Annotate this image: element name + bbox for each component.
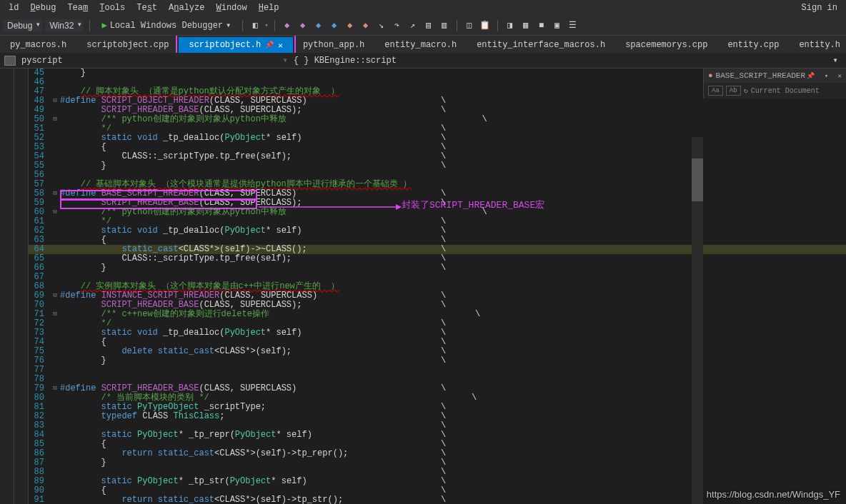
play-icon: ▶: [101, 20, 106, 31]
menu-tools[interactable]: Tools: [94, 3, 131, 13]
annotation-text: 封装了SCRIPT_HREADER_BASE宏: [402, 198, 544, 211]
fold-toggle: [50, 366, 60, 375]
toolbar-dropdown-icon[interactable]: ▾: [264, 21, 268, 29]
fold-toggle: [50, 338, 60, 347]
project-scope-dropdown[interactable]: pyscript: [19, 54, 66, 67]
step-over-icon[interactable]: ↷: [391, 19, 404, 32]
match-case-button[interactable]: Aa: [708, 86, 723, 96]
toolbar-icon[interactable]: ▣: [551, 19, 564, 32]
fold-toggle: [50, 171, 60, 180]
fold-toggle[interactable]: ⊟: [50, 189, 60, 198]
namespace-scope-dropdown[interactable]: { } KBEngine::script: [291, 54, 399, 67]
dropdown-icon[interactable]: ▾: [825, 72, 828, 80]
fold-toggle[interactable]: ⊟: [50, 310, 60, 319]
fold-toggle[interactable]: ⊟: [50, 384, 60, 393]
dot-icon: ●: [708, 71, 713, 80]
fold-toggle: [50, 198, 60, 208]
platform-dropdown[interactable]: Win32: [45, 19, 84, 32]
fold-toggle[interactable]: ⊟: [50, 96, 60, 106]
close-icon[interactable]: ✕: [838, 72, 842, 80]
toolbar-icon[interactable]: ◆: [297, 19, 309, 32]
fold-toggle: [50, 393, 60, 403]
step-into-icon[interactable]: ↘: [375, 19, 388, 32]
toolbar-icon[interactable]: ◆: [328, 19, 341, 32]
dropdown-icon: ▾: [226, 20, 231, 31]
toolbar-icon[interactable]: ◫: [463, 19, 476, 32]
fold-toggle: [50, 180, 60, 189]
pin-icon[interactable]: 📌: [807, 72, 815, 80]
toolbar-icon[interactable]: ◆: [281, 19, 294, 32]
match-word-button[interactable]: Ab: [726, 86, 741, 96]
fold-toggle: [50, 430, 60, 440]
toolbar-icon[interactable]: ◧: [249, 19, 262, 32]
toolbar-icon[interactable]: ☰: [567, 19, 579, 32]
scrollbar-thumb[interactable]: [692, 158, 703, 201]
menu-analyze[interactable]: Analyze: [163, 3, 210, 13]
config-dropdown[interactable]: Debug: [3, 19, 42, 32]
fold-toggle: [50, 495, 60, 504]
menu-help[interactable]: Help: [253, 3, 285, 13]
code-content: } \: [60, 263, 846, 273]
toolbar-icon[interactable]: ◆: [312, 19, 325, 32]
fold-toggle: [50, 106, 60, 115]
code-line[interactable]: 77: [29, 366, 846, 375]
document-tab[interactable]: entity.cpp: [717, 37, 789, 53]
pin-icon[interactable]: 📌: [265, 41, 274, 49]
fold-toggle[interactable]: ⊟: [50, 291, 60, 301]
document-tab[interactable]: spacememorys.cpp: [615, 37, 717, 53]
menu-test[interactable]: Test: [131, 3, 163, 13]
refresh-icon[interactable]: ↻: [744, 86, 748, 95]
separator: [89, 20, 90, 31]
step-out-icon[interactable]: ↗: [407, 19, 419, 32]
toolbar-icon[interactable]: ▥: [438, 19, 451, 32]
collapsed-tool-window[interactable]: [0, 69, 14, 504]
toolbar-icon[interactable]: ◆: [344, 19, 357, 32]
toolbar-icon[interactable]: ▤: [422, 19, 435, 32]
toolbar-icon[interactable]: ▦: [519, 19, 532, 32]
code-editor[interactable]: 45 }4647 // 脚本对象头 （通常是python默认分配对象方式产生的对…: [29, 69, 846, 504]
toolbar-icon[interactable]: ◆: [359, 19, 372, 32]
menu-debug[interactable]: Debug: [24, 3, 61, 13]
fold-toggle: [50, 69, 60, 78]
document-tab[interactable]: scriptobject.cpp: [76, 37, 179, 53]
fold-toggle: [50, 133, 60, 143]
fold-toggle: [50, 319, 60, 328]
document-tab[interactable]: py_macros.h: [0, 37, 76, 53]
document-tab[interactable]: scriptobject.h 📌 ✕: [179, 37, 292, 53]
document-tab[interactable]: python_app.h: [293, 37, 374, 53]
split-window-icon[interactable]: ▾: [829, 54, 842, 67]
code-content: } \: [60, 161, 846, 171]
scope-icon[interactable]: [4, 56, 16, 66]
fold-toggle: [50, 236, 60, 245]
sign-in-link[interactable]: Sign in: [796, 3, 843, 13]
menu-team[interactable]: Team: [61, 3, 94, 13]
collapsed-tool-window[interactable]: [14, 69, 29, 504]
fold-toggle: [50, 124, 60, 133]
toolbar-icon[interactable]: ■: [535, 19, 548, 32]
menu-window[interactable]: Window: [210, 3, 252, 13]
code-line[interactable]: 55 } \: [29, 161, 846, 171]
document-tab[interactable]: entity_interface_macros.h: [467, 37, 615, 53]
code-line[interactable]: 66 } \: [29, 263, 846, 273]
document-tab[interactable]: entity.h: [789, 37, 846, 53]
menu-bar: ld Debug Team Tools Test Analyze Window …: [0, 0, 846, 16]
fold-toggle: [50, 245, 60, 254]
separator: [497, 20, 498, 31]
close-icon[interactable]: ✕: [278, 41, 283, 50]
fold-toggle: [50, 347, 60, 356]
start-debugger-button[interactable]: ▶ Local Windows Debugger ▾: [96, 19, 237, 32]
document-tab[interactable]: entity_macro.h: [374, 37, 467, 53]
filter-scope-dropdown[interactable]: Current Document: [751, 87, 820, 95]
toolbar-icon[interactable]: ◨: [504, 19, 517, 32]
vertical-scrollbar[interactable]: [692, 137, 703, 504]
fold-toggle[interactable]: ⊟: [50, 115, 60, 124]
find-results-panel: ● BASE_SCRIPT_HREADER 📌 ▾ ✕ Aa Ab ↻ Curr…: [703, 69, 846, 99]
fold-toggle: [50, 449, 60, 458]
toolbar-icon[interactable]: 📋: [479, 19, 492, 32]
menu-build[interactable]: ld: [3, 3, 24, 13]
code-line[interactable]: 76 } \: [29, 356, 846, 366]
fold-toggle: [50, 477, 60, 486]
fold-toggle: [50, 254, 60, 263]
fold-toggle: [50, 486, 60, 495]
fold-toggle[interactable]: ⊟: [50, 208, 60, 217]
